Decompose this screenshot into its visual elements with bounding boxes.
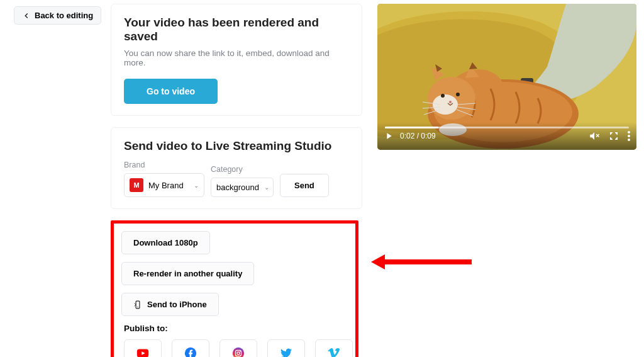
- category-value: background: [216, 183, 259, 192]
- chevron-down-icon: ⌄: [194, 182, 199, 189]
- facebook-icon: [184, 346, 197, 357]
- svg-point-4: [233, 348, 244, 357]
- publish-twitter[interactable]: Twitter: [265, 339, 308, 357]
- live-streaming-card: Send video to Live Streaming Studio Bran…: [111, 127, 362, 209]
- vimeo-icon: [327, 346, 341, 357]
- svg-rect-0: [136, 301, 140, 309]
- svg-point-23: [456, 93, 460, 96]
- rendered-subtitle: You can now share the link to it, embed,…: [124, 48, 349, 67]
- publish-grid: YouTube Facebook Instagram Twitter Vimeo: [121, 339, 348, 357]
- category-select[interactable]: background ⌄: [211, 178, 274, 197]
- publish-youtube[interactable]: YouTube: [121, 339, 164, 357]
- go-to-video-button[interactable]: Go to video: [124, 79, 218, 104]
- fullscreen-icon[interactable]: [609, 131, 619, 141]
- svg-point-31: [628, 139, 630, 141]
- svg-point-22: [441, 94, 445, 98]
- svg-point-29: [628, 131, 630, 133]
- brand-swatch: M: [130, 178, 143, 192]
- svg-point-24: [449, 101, 452, 103]
- brand-select[interactable]: M My Brand ⌄: [124, 173, 204, 197]
- arrow-left-icon: [22, 11, 31, 20]
- rendered-card: Your video has been rendered and saved Y…: [111, 4, 362, 116]
- publish-to-label: Publish to:: [124, 324, 348, 333]
- more-icon[interactable]: [628, 131, 630, 141]
- player-time: 0:02 / 0:09: [400, 132, 436, 140]
- play-icon[interactable]: [384, 131, 394, 141]
- chevron-down-icon: ⌄: [264, 184, 269, 191]
- svg-point-30: [628, 135, 630, 137]
- phone-icon: [133, 300, 142, 309]
- back-label: Back to editing: [35, 11, 93, 20]
- send-to-iphone-button[interactable]: Send to iPhone: [121, 293, 219, 316]
- annotation-arrow-icon: [371, 254, 472, 269]
- send-button[interactable]: Send: [280, 174, 329, 197]
- live-title: Send video to Live Streaming Studio: [124, 139, 349, 153]
- instagram-icon: [231, 346, 245, 357]
- twitter-icon: [279, 346, 293, 357]
- publish-vimeo[interactable]: Vimeo: [313, 339, 355, 357]
- download-publish-panel: Download 1080p Re-render in another qual…: [111, 220, 358, 357]
- video-player[interactable]: 0:02 / 0:09: [377, 4, 636, 150]
- publish-facebook[interactable]: Facebook: [169, 339, 212, 357]
- category-label: Category: [211, 165, 274, 174]
- svg-point-7: [240, 351, 241, 352]
- rerender-button[interactable]: Re-render in another quality: [121, 262, 254, 285]
- back-to-editing-button[interactable]: Back to editing: [14, 6, 101, 25]
- download-button[interactable]: Download 1080p: [121, 231, 210, 254]
- brand-label: Brand: [124, 161, 204, 169]
- mute-icon[interactable]: [589, 130, 600, 142]
- svg-point-21: [433, 94, 458, 115]
- youtube-icon: [136, 346, 150, 357]
- brand-value: My Brand: [148, 181, 184, 190]
- rendered-title: Your video has been rendered and saved: [124, 16, 349, 43]
- player-controls: 0:02 / 0:09: [377, 125, 636, 147]
- publish-instagram[interactable]: Instagram: [217, 339, 260, 357]
